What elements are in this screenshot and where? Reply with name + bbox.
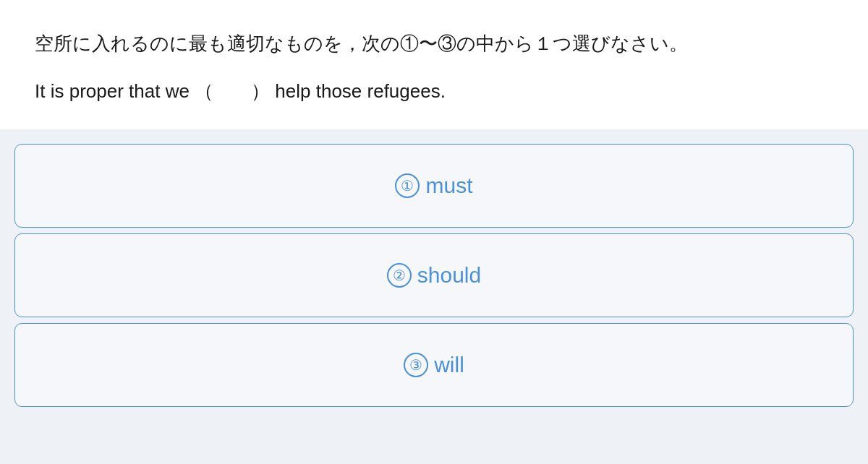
choice-number-2: ② <box>387 263 412 288</box>
choice-label-2: ② should <box>387 263 481 288</box>
page-container: 空所に入れるのに最も適切なものを，次の①〜③の中から１つ選びなさい。 It is… <box>0 0 868 464</box>
choice-button-3[interactable]: ③ will <box>14 323 854 407</box>
instruction-text: 空所に入れるのに最も適切なものを，次の①〜③の中から１つ選びなさい。 <box>35 29 833 59</box>
choice-number-3: ③ <box>404 353 428 377</box>
choice-number-1: ① <box>395 173 420 198</box>
choice-word-2: should <box>417 263 481 288</box>
choice-button-2[interactable]: ② should <box>14 233 854 317</box>
choices-section: ① must② should③ will <box>0 129 868 464</box>
question-section: 空所に入れるのに最も適切なものを，次の①〜③の中から１つ選びなさい。 It is… <box>0 0 868 129</box>
sentence-text: It is proper that we （ ） help those refu… <box>35 77 833 107</box>
choice-word-3: will <box>434 353 464 377</box>
choice-word-1: must <box>425 173 472 198</box>
choice-button-1[interactable]: ① must <box>14 144 854 228</box>
choice-label-3: ③ will <box>404 353 464 377</box>
choice-label-1: ① must <box>395 173 472 198</box>
